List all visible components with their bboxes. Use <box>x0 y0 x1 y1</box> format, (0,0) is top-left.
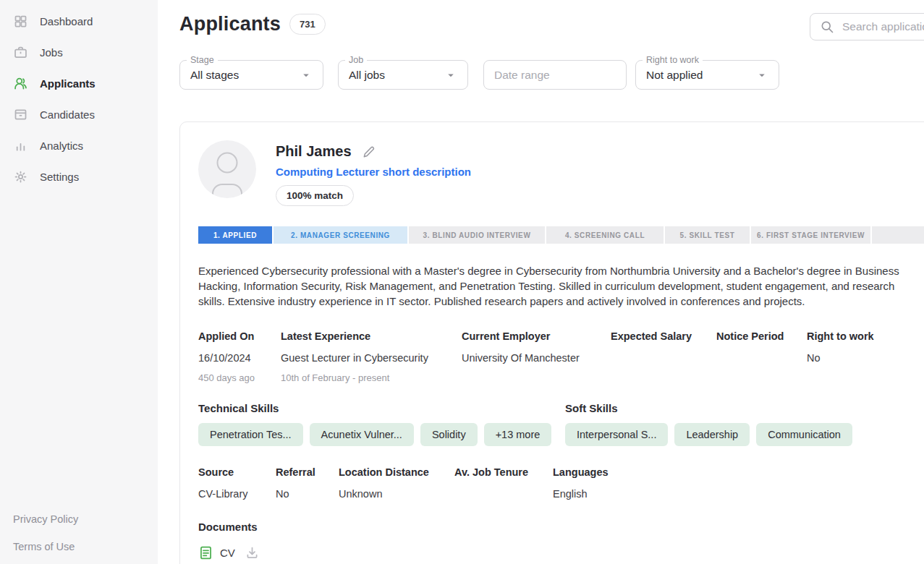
archive-icon <box>13 107 28 122</box>
skill-chip[interactable]: Interpersonal S... <box>565 423 668 446</box>
field-right-to-work: Right to work No <box>807 330 924 383</box>
document-name[interactable]: CV <box>220 547 235 559</box>
chevron-down-icon <box>300 69 313 82</box>
summary-line: Experienced Cybersecurity professional w… <box>198 263 924 278</box>
briefcase-icon <box>13 45 28 60</box>
avatar <box>198 140 256 198</box>
technical-skills: Technical Skills Penetration Tes... Acun… <box>198 402 565 446</box>
field-current-employer: Current Employer University Of Mancheste… <box>462 330 611 383</box>
field-av-job-tenure: Av. Job Tenure <box>454 466 553 500</box>
stage-second-stage-interview[interactable]: 7. SECOND STAGE INTERVIEW <box>872 226 924 244</box>
documents-section: Documents CV <box>198 521 924 560</box>
privacy-policy-link[interactable]: Privacy Policy <box>13 513 158 525</box>
skill-chip[interactable]: Communication <box>756 423 852 446</box>
sidebar-item-label: Settings <box>40 171 79 183</box>
summary-line: Hacking, Information Security, Risk Mana… <box>198 278 924 294</box>
field-referral: Referral No <box>276 466 339 500</box>
sidebar-item-label: Jobs <box>40 46 63 59</box>
skills-section: Technical Skills Penetration Tes... Acun… <box>198 402 924 446</box>
pipeline-stages: 1. APPLIED 2. MANAGER SCREENING 3. BLIND… <box>198 226 924 244</box>
sidebar-item-label: Candidates <box>40 108 95 121</box>
sidebar-item-analytics[interactable]: Analytics <box>0 130 158 161</box>
applicant-card: Phil James Computing Lecturer short desc… <box>179 121 924 564</box>
more-skills-chip[interactable]: +13 more <box>484 423 552 446</box>
filters-bar: Stage All stages Job All jobs Right to w… <box>179 60 924 90</box>
download-icon[interactable] <box>245 545 260 560</box>
field-notice-period: Notice Period <box>716 330 807 383</box>
stage-filter-label: Stage <box>187 55 218 65</box>
field-location-distance: Location Distance Unknown <box>339 466 454 500</box>
sidebar-item-label: Analytics <box>40 140 83 152</box>
sidebar-item-settings[interactable]: Settings <box>0 161 158 192</box>
stage-manager-screening[interactable]: 2. MANAGER SCREENING <box>274 226 407 244</box>
sidebar-item-label: Dashboard <box>40 15 93 27</box>
search-icon <box>820 20 834 34</box>
job-filter-label: Job <box>345 55 367 65</box>
soft-skills: Soft Skills Interpersonal S... Leadershi… <box>565 402 852 446</box>
meta-fields: Source CV-Library Referral No Location D… <box>198 466 924 500</box>
applicants-count-badge: 731 <box>289 14 326 35</box>
people-icon <box>13 76 28 91</box>
document-file-icon <box>198 545 213 560</box>
date-range-field[interactable] <box>483 60 627 90</box>
detail-fields: Applied On 16/10/2024 450 days ago Lates… <box>198 330 924 383</box>
candidate-name: Phil James <box>276 143 352 160</box>
sidebar-item-jobs[interactable]: Jobs <box>0 37 158 68</box>
grid-icon <box>13 14 28 29</box>
right-to-work-select[interactable]: Right to work Not applied <box>635 60 779 90</box>
chevron-down-icon <box>444 69 457 82</box>
field-latest-experience: Latest Experience Guest Lecturer in Cybe… <box>281 330 462 383</box>
job-filter-value: All jobs <box>349 69 385 82</box>
page-title: Applicants <box>179 13 281 35</box>
candidate-summary: Experienced Cybersecurity professional w… <box>198 263 924 309</box>
field-expected-salary: Expected Salary <box>611 330 716 383</box>
edit-pencil-icon[interactable] <box>362 145 376 159</box>
page-header: Applicants 731 <box>179 13 924 40</box>
match-badge: 100% match <box>276 185 354 206</box>
sidebar-item-dashboard[interactable]: Dashboard <box>0 6 158 37</box>
document-row: CV <box>198 545 924 560</box>
summary-line: skills. Extensive industry experience in… <box>198 294 924 309</box>
bar-chart-icon <box>13 138 28 153</box>
skill-chip[interactable]: Leadership <box>674 423 750 446</box>
stage-first-stage-interview[interactable]: 6. FIRST STAGE INTERVIEW <box>751 226 870 244</box>
sidebar-item-applicants[interactable]: Applicants <box>0 68 158 99</box>
date-range-input[interactable] <box>494 69 616 82</box>
chevron-down-icon <box>755 69 768 82</box>
skill-chip[interactable]: Solidity <box>420 423 478 446</box>
field-applied-on: Applied On 16/10/2024 450 days ago <box>198 330 281 383</box>
search-box <box>810 13 924 40</box>
sidebar: Dashboard Jobs Applicants Candid <box>0 0 158 564</box>
sidebar-item-candidates[interactable]: Candidates <box>0 99 158 130</box>
stage-screening-call[interactable]: 4. SCREENING CALL <box>546 226 664 244</box>
job-filter-select[interactable]: Job All jobs <box>338 60 468 90</box>
stage-applied[interactable]: 1. APPLIED <box>198 226 272 244</box>
field-source: Source CV-Library <box>198 466 276 500</box>
applicant-header: Phil James Computing Lecturer short desc… <box>198 140 924 206</box>
skill-chip[interactable]: Penetration Tes... <box>198 423 303 446</box>
stage-skill-test[interactable]: 5. SKILL TEST <box>665 226 750 244</box>
stage-filter-value: All stages <box>190 69 239 82</box>
skill-chip[interactable]: Acunetix Vulner... <box>310 423 414 446</box>
candidate-headline-link[interactable]: Computing Lecturer short description <box>276 166 471 178</box>
right-to-work-value: Not applied <box>646 69 703 82</box>
stage-filter-select[interactable]: Stage All stages <box>179 60 323 90</box>
gear-icon <box>13 169 28 184</box>
stage-blind-audio-interview[interactable]: 3. BLIND AUDIO INTERVIEW <box>409 226 545 244</box>
field-languages: Languages English <box>553 466 924 500</box>
right-to-work-label: Right to work <box>643 55 703 65</box>
terms-of-use-link[interactable]: Terms of Use <box>13 541 158 552</box>
main-content: Applicants 731 Stage All stages Job All … <box>158 0 924 564</box>
sidebar-item-label: Applicants <box>40 77 96 90</box>
sidebar-footer: Privacy Policy Terms of Use <box>0 513 158 564</box>
